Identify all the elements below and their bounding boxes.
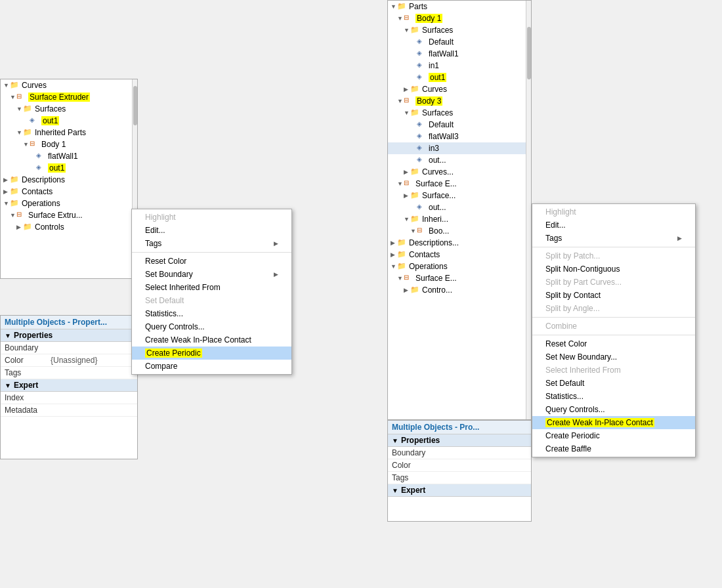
menu-item-edit-r[interactable]: Edit... (532, 219, 695, 232)
tree-item-descriptions-r[interactable]: ▶ 📁 Descriptions... (388, 237, 531, 249)
tree-item-curves-r[interactable]: ▶ 📁 Curves (388, 83, 531, 95)
menu-item-query-controls-l[interactable]: Query Controls... (132, 320, 291, 333)
tree-label: out1 (429, 73, 446, 82)
tree-item-parts-r[interactable]: ▼ 📁 Parts (388, 1, 531, 12)
right-props-row-boundary: Boundary (388, 447, 531, 459)
menu-item-create-periodic-r[interactable]: Create Periodic (532, 429, 695, 442)
tree-label: out1 (41, 116, 59, 125)
menu-item-statistics-r[interactable]: Statistics... (532, 390, 695, 403)
menu-item-create-weak-r[interactable]: Create Weak In-Place Contact (532, 416, 695, 429)
collapse-arrow: ▼ (5, 332, 11, 339)
left-props-row-boundary: Boundary (1, 342, 137, 354)
tree-item-boo-r[interactable]: ▼ ⊟ Boo... (388, 225, 531, 237)
tree-item-operations-r[interactable]: ▼ 📁 Operations (388, 261, 531, 272)
menu-item-set-boundary-l[interactable]: Set Boundary ▶ (132, 268, 291, 281)
tree-label: in1 (429, 61, 439, 70)
tree-item-in3-r[interactable]: ◈ in3 (388, 142, 531, 154)
tree-item-default-r[interactable]: ◈ Default (388, 36, 531, 48)
menu-item-create-periodic-l[interactable]: Create Periodic (132, 346, 291, 360)
tree-item-out1-l[interactable]: ◈ out1 (1, 115, 137, 127)
scrollbar-v-right[interactable] (526, 1, 531, 419)
tree-item-operations-l[interactable]: ▼ 📁 Operations (1, 198, 137, 209)
menu-item-split-by-contact[interactable]: Split by Contact (532, 289, 695, 302)
tree-item-out-r2[interactable]: ◈ out... (388, 201, 531, 213)
tree-arrow: ▶ (404, 86, 410, 93)
right-context-menu: Highlight Edit... Tags ▶ Split by Patch.… (532, 203, 696, 457)
tree-item-body3-r[interactable]: ▼ ⊟ Body 3 (388, 95, 531, 107)
tree-label: Surface Extru... (28, 211, 83, 220)
tree-item-flatwall1-r[interactable]: ◈ flatWall1 (388, 48, 531, 60)
menu-item-select-inherited-l[interactable]: Select Inherited From (132, 281, 291, 294)
tree-item-descriptions-l[interactable]: ▶ 📁 Descriptions (1, 174, 137, 186)
tree-item-surfaces-r2[interactable]: ▼ 📁 Surfaces (388, 107, 531, 119)
tree-item-contro-r[interactable]: ▶ 📁 Contro... (388, 284, 531, 296)
menu-item-select-inherited-r: Select Inherited From (532, 364, 695, 377)
tree-label: Default (429, 120, 454, 129)
tree-item-surface-e-r2[interactable]: ▼ ⊟ Surface E... (388, 272, 531, 284)
menu-item-create-baffle[interactable]: Create Baffle (532, 442, 695, 455)
tree-item-surfaces-r[interactable]: ▼ 📁 Surfaces (388, 24, 531, 36)
surface-icon: ◈ (417, 203, 427, 212)
surface-icon: ◈ (417, 144, 427, 153)
tree-item-inheri-r[interactable]: ▼ 📁 Inheri... (388, 213, 531, 225)
scrollbar-thumb-left[interactable] (133, 86, 137, 125)
tree-item-surface-extruder[interactable]: ▼ ⊟ Surface Extruder (1, 91, 137, 103)
tree-item-body1-l[interactable]: ▼ ⊟ Body 1 (1, 138, 137, 150)
menu-item-reset-color-l[interactable]: Reset Color (132, 255, 291, 268)
tree-item-out1-r[interactable]: ◈ out1 (388, 72, 531, 83)
tree-item-curves[interactable]: ▼ 📁 Curves (1, 79, 137, 91)
tree-item-flatwall3-r[interactable]: ◈ flatWall3 (388, 131, 531, 142)
tree-item-surface-extru-l[interactable]: ▼ ⊟ Surface Extru... (1, 209, 137, 221)
tree-label: Body 1 (41, 140, 66, 149)
tree-item-in1-r[interactable]: ◈ in1 (388, 60, 531, 72)
tree-arrow: ▼ (410, 228, 417, 234)
tree-item-surface-e-r[interactable]: ▼ ⊟ Surface E... (388, 178, 531, 190)
surface-icon: ◈ (30, 116, 40, 125)
right-props-header: Multiple Objects - Pro... (388, 421, 531, 434)
menu-item-reset-color-r[interactable]: Reset Color (532, 337, 695, 350)
right-props-section-expert[interactable]: ▼ Expert (388, 484, 531, 497)
tree-arrow: ▼ (404, 110, 410, 116)
menu-separator (532, 335, 695, 335)
menu-item-create-weak-l[interactable]: Create Weak In-Place Contact (132, 333, 291, 346)
folder-icon: 📁 (10, 199, 20, 208)
tree-item-surfaces-l[interactable]: ▼ 📁 Surfaces (1, 103, 137, 115)
left-props-section-properties[interactable]: ▼ Properties (1, 329, 137, 342)
menu-item-compare-l[interactable]: Compare (132, 360, 291, 373)
menu-item-query-controls-r[interactable]: Query Controls... (532, 403, 695, 416)
tree-label: out... (429, 203, 446, 212)
tree-label: Descriptions (22, 175, 65, 184)
menu-item-tags-r[interactable]: Tags ▶ (532, 232, 695, 245)
menu-item-highlight-r: Highlight (532, 205, 695, 219)
tree-item-curves-r2[interactable]: ▶ 📁 Curves... (388, 166, 531, 178)
tree-label: Inheri... (422, 215, 448, 224)
tree-label: Body 3 (415, 96, 442, 106)
tree-item-out1-l2[interactable]: ◈ out1 (1, 162, 137, 174)
menu-item-set-default-r[interactable]: Set Default (532, 377, 695, 390)
tree-label: Surface... (422, 191, 456, 200)
tree-item-contacts-r[interactable]: ▶ 📁 Contacts (388, 249, 531, 261)
menu-item-tags-l[interactable]: Tags ▶ (132, 237, 291, 250)
menu-item-set-new-boundary[interactable]: Set New Boundary... (532, 350, 695, 364)
body-icon: ⊟ (30, 140, 40, 149)
tree-item-surface-sub-r[interactable]: ▶ 📁 Surface... (388, 190, 531, 201)
tree-item-controls-l[interactable]: ▶ 📁 Controls (1, 221, 137, 233)
menu-item-statistics-l[interactable]: Statistics... (132, 307, 291, 320)
menu-item-split-non-contig[interactable]: Split Non-Contiguous (532, 262, 695, 276)
body-icon: ⊟ (404, 96, 414, 106)
tree-arrow: ▼ (397, 275, 404, 282)
submenu-arrow: ▶ (677, 235, 682, 242)
surface-icon: ◈ (36, 163, 47, 173)
tree-item-inherited-parts[interactable]: ▼ 📁 Inherited Parts (1, 127, 137, 138)
menu-item-edit-l[interactable]: Edit... (132, 224, 291, 237)
scrollbar-thumb-right[interactable] (527, 27, 531, 79)
tree-item-contacts-l[interactable]: ▶ 📁 Contacts (1, 186, 137, 198)
left-props-section-expert[interactable]: ▼ Expert (1, 379, 137, 392)
tree-item-default-r2[interactable]: ◈ Default (388, 119, 531, 131)
folder-icon: 📁 (23, 222, 33, 232)
tree-item-out-r[interactable]: ◈ out... (388, 154, 531, 166)
right-props-section-properties[interactable]: ▼ Properties (388, 434, 531, 447)
tree-item-flatwall1-l[interactable]: ◈ flatWall1 (1, 150, 137, 162)
tree-item-body1-r[interactable]: ▼ ⊟ Body 1 (388, 12, 531, 24)
tree-arrow: ▼ (397, 98, 404, 104)
